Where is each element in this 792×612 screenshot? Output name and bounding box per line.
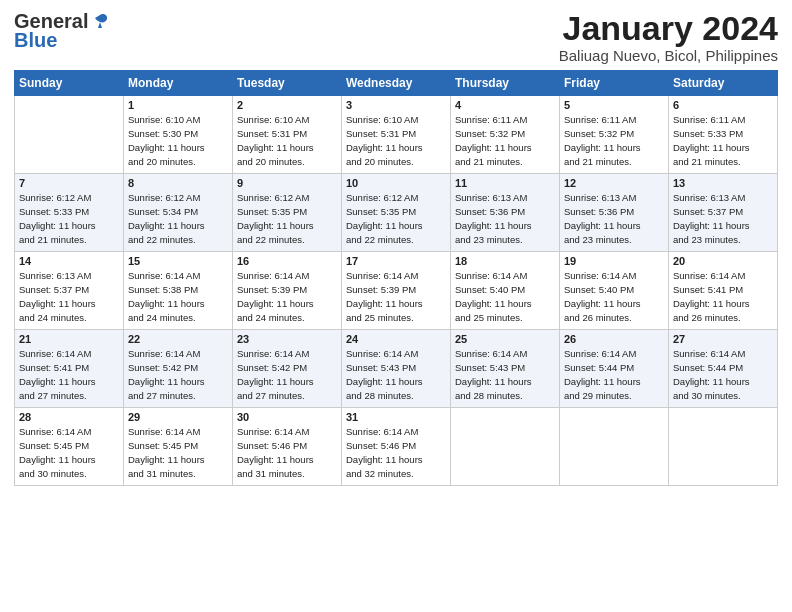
calendar-cell: 15Sunrise: 6:14 AM Sunset: 5:38 PM Dayli… bbox=[124, 252, 233, 330]
calendar-cell bbox=[669, 408, 778, 486]
day-number: 28 bbox=[19, 411, 119, 423]
calendar-cell bbox=[15, 96, 124, 174]
day-number: 12 bbox=[564, 177, 664, 189]
calendar-cell: 18Sunrise: 6:14 AM Sunset: 5:40 PM Dayli… bbox=[451, 252, 560, 330]
week-row-3: 14Sunrise: 6:13 AM Sunset: 5:37 PM Dayli… bbox=[15, 252, 778, 330]
calendar-cell: 16Sunrise: 6:14 AM Sunset: 5:39 PM Dayli… bbox=[233, 252, 342, 330]
calendar-cell: 28Sunrise: 6:14 AM Sunset: 5:45 PM Dayli… bbox=[15, 408, 124, 486]
calendar-cell: 13Sunrise: 6:13 AM Sunset: 5:37 PM Dayli… bbox=[669, 174, 778, 252]
day-number: 11 bbox=[455, 177, 555, 189]
cell-info: Sunrise: 6:13 AM Sunset: 5:37 PM Dayligh… bbox=[19, 269, 119, 324]
calendar-cell: 10Sunrise: 6:12 AM Sunset: 5:35 PM Dayli… bbox=[342, 174, 451, 252]
cell-info: Sunrise: 6:10 AM Sunset: 5:31 PM Dayligh… bbox=[346, 113, 446, 168]
month-title: January 2024 bbox=[559, 10, 778, 47]
calendar-cell: 31Sunrise: 6:14 AM Sunset: 5:46 PM Dayli… bbox=[342, 408, 451, 486]
day-number: 3 bbox=[346, 99, 446, 111]
calendar-cell: 19Sunrise: 6:14 AM Sunset: 5:40 PM Dayli… bbox=[560, 252, 669, 330]
col-header-monday: Monday bbox=[124, 71, 233, 96]
calendar-cell: 24Sunrise: 6:14 AM Sunset: 5:43 PM Dayli… bbox=[342, 330, 451, 408]
day-number: 29 bbox=[128, 411, 228, 423]
col-header-sunday: Sunday bbox=[15, 71, 124, 96]
logo-blue: Blue bbox=[14, 29, 57, 52]
cell-info: Sunrise: 6:10 AM Sunset: 5:30 PM Dayligh… bbox=[128, 113, 228, 168]
cell-info: Sunrise: 6:13 AM Sunset: 5:36 PM Dayligh… bbox=[564, 191, 664, 246]
day-number: 10 bbox=[346, 177, 446, 189]
cell-info: Sunrise: 6:14 AM Sunset: 5:43 PM Dayligh… bbox=[346, 347, 446, 402]
calendar-cell: 21Sunrise: 6:14 AM Sunset: 5:41 PM Dayli… bbox=[15, 330, 124, 408]
day-number: 15 bbox=[128, 255, 228, 267]
day-number: 17 bbox=[346, 255, 446, 267]
calendar-cell: 22Sunrise: 6:14 AM Sunset: 5:42 PM Dayli… bbox=[124, 330, 233, 408]
day-number: 31 bbox=[346, 411, 446, 423]
cell-info: Sunrise: 6:13 AM Sunset: 5:37 PM Dayligh… bbox=[673, 191, 773, 246]
cell-info: Sunrise: 6:11 AM Sunset: 5:33 PM Dayligh… bbox=[673, 113, 773, 168]
day-number: 18 bbox=[455, 255, 555, 267]
col-header-wednesday: Wednesday bbox=[342, 71, 451, 96]
cell-info: Sunrise: 6:14 AM Sunset: 5:41 PM Dayligh… bbox=[673, 269, 773, 324]
calendar-cell bbox=[451, 408, 560, 486]
day-number: 6 bbox=[673, 99, 773, 111]
day-number: 27 bbox=[673, 333, 773, 345]
cell-info: Sunrise: 6:14 AM Sunset: 5:43 PM Dayligh… bbox=[455, 347, 555, 402]
cell-info: Sunrise: 6:12 AM Sunset: 5:34 PM Dayligh… bbox=[128, 191, 228, 246]
calendar-cell: 1Sunrise: 6:10 AM Sunset: 5:30 PM Daylig… bbox=[124, 96, 233, 174]
day-number: 21 bbox=[19, 333, 119, 345]
calendar-cell: 5Sunrise: 6:11 AM Sunset: 5:32 PM Daylig… bbox=[560, 96, 669, 174]
cell-info: Sunrise: 6:13 AM Sunset: 5:36 PM Dayligh… bbox=[455, 191, 555, 246]
day-number: 22 bbox=[128, 333, 228, 345]
calendar-cell: 7Sunrise: 6:12 AM Sunset: 5:33 PM Daylig… bbox=[15, 174, 124, 252]
day-number: 9 bbox=[237, 177, 337, 189]
calendar-cell: 6Sunrise: 6:11 AM Sunset: 5:33 PM Daylig… bbox=[669, 96, 778, 174]
cell-info: Sunrise: 6:14 AM Sunset: 5:45 PM Dayligh… bbox=[19, 425, 119, 480]
cell-info: Sunrise: 6:14 AM Sunset: 5:42 PM Dayligh… bbox=[237, 347, 337, 402]
logo-bird-icon bbox=[90, 12, 110, 32]
col-header-saturday: Saturday bbox=[669, 71, 778, 96]
day-number: 30 bbox=[237, 411, 337, 423]
cell-info: Sunrise: 6:14 AM Sunset: 5:38 PM Dayligh… bbox=[128, 269, 228, 324]
cell-info: Sunrise: 6:14 AM Sunset: 5:39 PM Dayligh… bbox=[237, 269, 337, 324]
calendar-cell: 20Sunrise: 6:14 AM Sunset: 5:41 PM Dayli… bbox=[669, 252, 778, 330]
cell-info: Sunrise: 6:14 AM Sunset: 5:44 PM Dayligh… bbox=[673, 347, 773, 402]
week-row-5: 28Sunrise: 6:14 AM Sunset: 5:45 PM Dayli… bbox=[15, 408, 778, 486]
cell-info: Sunrise: 6:12 AM Sunset: 5:33 PM Dayligh… bbox=[19, 191, 119, 246]
day-number: 20 bbox=[673, 255, 773, 267]
location-title: Baliuag Nuevo, Bicol, Philippines bbox=[559, 47, 778, 64]
col-header-tuesday: Tuesday bbox=[233, 71, 342, 96]
col-header-friday: Friday bbox=[560, 71, 669, 96]
header-row: SundayMondayTuesdayWednesdayThursdayFrid… bbox=[15, 71, 778, 96]
calendar-cell: 26Sunrise: 6:14 AM Sunset: 5:44 PM Dayli… bbox=[560, 330, 669, 408]
cell-info: Sunrise: 6:14 AM Sunset: 5:46 PM Dayligh… bbox=[346, 425, 446, 480]
cell-info: Sunrise: 6:14 AM Sunset: 5:39 PM Dayligh… bbox=[346, 269, 446, 324]
cell-info: Sunrise: 6:12 AM Sunset: 5:35 PM Dayligh… bbox=[346, 191, 446, 246]
col-header-thursday: Thursday bbox=[451, 71, 560, 96]
cell-info: Sunrise: 6:10 AM Sunset: 5:31 PM Dayligh… bbox=[237, 113, 337, 168]
cell-info: Sunrise: 6:14 AM Sunset: 5:46 PM Dayligh… bbox=[237, 425, 337, 480]
calendar-cell: 23Sunrise: 6:14 AM Sunset: 5:42 PM Dayli… bbox=[233, 330, 342, 408]
calendar-cell: 2Sunrise: 6:10 AM Sunset: 5:31 PM Daylig… bbox=[233, 96, 342, 174]
day-number: 25 bbox=[455, 333, 555, 345]
week-row-1: 1Sunrise: 6:10 AM Sunset: 5:30 PM Daylig… bbox=[15, 96, 778, 174]
day-number: 2 bbox=[237, 99, 337, 111]
calendar-table: SundayMondayTuesdayWednesdayThursdayFrid… bbox=[14, 70, 778, 486]
day-number: 26 bbox=[564, 333, 664, 345]
calendar-cell: 11Sunrise: 6:13 AM Sunset: 5:36 PM Dayli… bbox=[451, 174, 560, 252]
calendar-cell: 4Sunrise: 6:11 AM Sunset: 5:32 PM Daylig… bbox=[451, 96, 560, 174]
logo: General Blue bbox=[14, 10, 110, 52]
calendar-cell: 14Sunrise: 6:13 AM Sunset: 5:37 PM Dayli… bbox=[15, 252, 124, 330]
calendar-cell: 29Sunrise: 6:14 AM Sunset: 5:45 PM Dayli… bbox=[124, 408, 233, 486]
day-number: 24 bbox=[346, 333, 446, 345]
cell-info: Sunrise: 6:11 AM Sunset: 5:32 PM Dayligh… bbox=[455, 113, 555, 168]
calendar-cell bbox=[560, 408, 669, 486]
cell-info: Sunrise: 6:14 AM Sunset: 5:44 PM Dayligh… bbox=[564, 347, 664, 402]
calendar-cell: 30Sunrise: 6:14 AM Sunset: 5:46 PM Dayli… bbox=[233, 408, 342, 486]
calendar-cell: 25Sunrise: 6:14 AM Sunset: 5:43 PM Dayli… bbox=[451, 330, 560, 408]
calendar-cell: 17Sunrise: 6:14 AM Sunset: 5:39 PM Dayli… bbox=[342, 252, 451, 330]
title-block: January 2024 Baliuag Nuevo, Bicol, Phili… bbox=[559, 10, 778, 64]
page: General Blue January 2024 Baliuag Nuevo,… bbox=[0, 0, 792, 612]
cell-info: Sunrise: 6:14 AM Sunset: 5:41 PM Dayligh… bbox=[19, 347, 119, 402]
cell-info: Sunrise: 6:14 AM Sunset: 5:42 PM Dayligh… bbox=[128, 347, 228, 402]
header: General Blue January 2024 Baliuag Nuevo,… bbox=[14, 10, 778, 64]
day-number: 7 bbox=[19, 177, 119, 189]
week-row-4: 21Sunrise: 6:14 AM Sunset: 5:41 PM Dayli… bbox=[15, 330, 778, 408]
cell-info: Sunrise: 6:14 AM Sunset: 5:45 PM Dayligh… bbox=[128, 425, 228, 480]
